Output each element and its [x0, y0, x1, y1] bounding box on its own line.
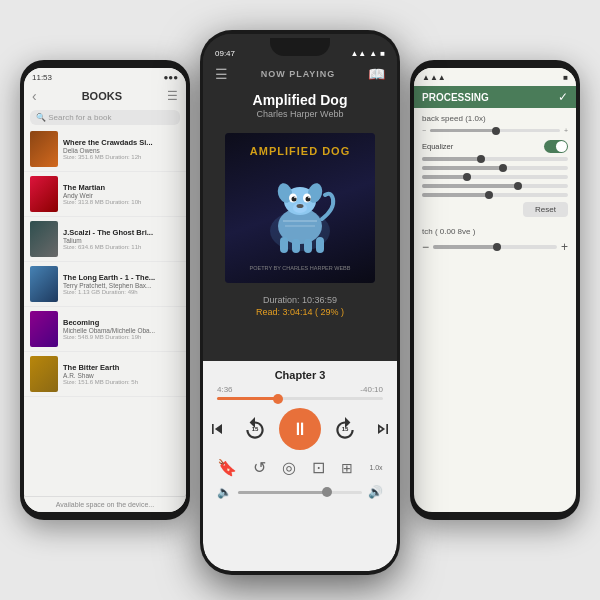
volume-low-icon: 🔈	[217, 485, 232, 499]
book-item-4[interactable]: The Long Earth - 1 - The... Terry Pratch…	[24, 262, 186, 307]
back15-label: 15	[252, 426, 259, 432]
center-menu-icon[interactable]: ☰	[215, 66, 228, 82]
eq-slider-5[interactable]	[422, 193, 568, 197]
forward15-button[interactable]: 15	[331, 415, 359, 443]
book-meta-4: Size: 1.13 GB Duration: 49h	[63, 289, 180, 295]
left-header: ‹ BOOKS ☰	[24, 86, 186, 108]
pause-button[interactable]: ⏸	[279, 408, 321, 450]
left-footer: Available space on the device...	[24, 496, 186, 512]
right-check-icon[interactable]: ✓	[558, 90, 568, 104]
left-battery: ●●●	[164, 73, 179, 82]
book-meta-5: Size: 548.9 MB Duration: 19h	[63, 334, 180, 340]
svg-rect-14	[292, 239, 300, 253]
book-meta-2: Size: 313.8 MB Duration: 10h	[63, 199, 180, 205]
svg-point-10	[308, 197, 310, 199]
forward15-label: 15	[342, 426, 349, 432]
book-author-2: Andy Weir	[63, 192, 180, 199]
center-wifi-icon: ▲	[369, 49, 377, 58]
left-search-bar[interactable]: 🔍 Search for a book	[30, 110, 180, 125]
right-phone: ▲▲▲ ■ PROCESSING ✓ back speed (1.0x) − +	[410, 60, 580, 520]
left-time: 11:53	[32, 73, 52, 82]
player-progress-bar[interactable]	[217, 397, 383, 400]
bookmark-button[interactable]: 🔖	[217, 458, 237, 477]
book-title-3: J.Scalzi - The Ghost Bri...	[63, 228, 180, 237]
center-book-icon[interactable]: 📖	[368, 66, 385, 82]
book-title-1: Where the Crawdads Si...	[63, 138, 180, 147]
center-status-icons: ▲▲ ▲ ■	[350, 49, 385, 58]
right-eq-sliders	[422, 157, 568, 197]
right-phone-screen: ▲▲▲ ■ PROCESSING ✓ back speed (1.0x) − +	[414, 68, 576, 512]
book-info-5: Becoming Michelle Obama/Michelle Oba... …	[63, 318, 180, 340]
eq-slider-3[interactable]	[422, 175, 568, 179]
album-art-title: AMPLIFIED DOG	[225, 145, 375, 157]
dog-illustration	[255, 161, 345, 261]
right-eq-row: Equalizer	[422, 140, 568, 153]
book-title-4: The Long Earth - 1 - The...	[63, 273, 180, 282]
svg-rect-13	[280, 237, 288, 253]
pitch-minus-icon[interactable]: −	[422, 240, 429, 254]
book-author-1: Delia Owens	[63, 147, 180, 154]
book-item-3[interactable]: J.Scalzi - The Ghost Bri... Talium Size:…	[24, 217, 186, 262]
center-book-title: Amplified Dog	[219, 92, 381, 108]
fast-forward-button[interactable]	[369, 415, 397, 443]
volume-slider[interactable]	[238, 491, 362, 494]
repeat-button[interactable]: ↺	[253, 458, 266, 477]
center-duration: Duration: 10:36:59 Read: 3:04:14 ( 29% )	[203, 291, 397, 319]
center-book-author: Charles Harper Webb	[219, 109, 381, 119]
volume-thumb	[322, 487, 332, 497]
book-info-2: The Martian Andy Weir Size: 313.8 MB Dur…	[63, 183, 180, 205]
book-info-6: The Bitter Earth A.R. Shaw Size: 151.6 M…	[63, 363, 180, 385]
right-pitch-label: tch ( 0.00 8ve )	[422, 227, 568, 236]
book-cover-3	[30, 221, 58, 257]
center-battery-icon: ■	[380, 49, 385, 58]
player-chapter: Chapter 3	[203, 361, 397, 385]
right-battery-icon: ■	[563, 73, 568, 82]
airplay-button[interactable]: ⊡	[312, 458, 325, 477]
eq-slider-1[interactable]	[422, 157, 568, 161]
right-reset-container: Reset	[422, 202, 568, 223]
book-cover-1	[30, 131, 58, 167]
right-speed-minus[interactable]: −	[422, 127, 426, 134]
svg-rect-15	[304, 239, 312, 253]
center-album-wrapper: AMPLIFIED DOG	[203, 123, 397, 291]
eq-slider-2[interactable]	[422, 166, 568, 170]
book-cover-5	[30, 311, 58, 347]
left-menu-icon[interactable]: ☰	[167, 89, 178, 103]
svg-point-9	[294, 197, 296, 199]
book-item-6[interactable]: The Bitter Earth A.R. Shaw Size: 151.6 M…	[24, 352, 186, 397]
book-item-5[interactable]: Becoming Michelle Obama/Michelle Oba... …	[24, 307, 186, 352]
volume-fill	[238, 491, 325, 494]
book-author-3: Talium	[63, 237, 180, 244]
right-speed-plus[interactable]: +	[564, 127, 568, 134]
pitch-slider[interactable]	[433, 245, 557, 249]
book-item-1[interactable]: Where the Crawdads Si... Delia Owens Siz…	[24, 127, 186, 172]
progress-thumb	[273, 394, 283, 404]
right-signal-icon: ▲▲▲	[422, 73, 446, 82]
right-header: PROCESSING ✓	[414, 86, 576, 108]
rewind-button[interactable]	[203, 415, 231, 443]
book-cover-6	[30, 356, 58, 392]
reset-button[interactable]: Reset	[523, 202, 568, 217]
volume-row: 🔈 🔊	[203, 485, 397, 499]
speed-label[interactable]: 1.0x	[369, 464, 382, 471]
book-info-4: The Long Earth - 1 - The... Terry Pratch…	[63, 273, 180, 295]
center-now-playing-label: NOW PLAYING	[228, 69, 368, 79]
book-cover-4	[30, 266, 58, 302]
right-eq-toggle[interactable]	[544, 140, 568, 153]
book-item-2[interactable]: The Martian Andy Weir Size: 313.8 MB Dur…	[24, 172, 186, 217]
equalizer-button[interactable]: ⊞	[341, 460, 353, 476]
right-eq-label: Equalizer	[422, 142, 453, 151]
left-status-bar: 11:53 ●●●	[24, 68, 186, 86]
eq-slider-4[interactable]	[422, 184, 568, 188]
back15-button[interactable]: 15	[241, 415, 269, 443]
right-eq-section: Equalizer Reset	[422, 140, 568, 223]
pitch-plus-icon[interactable]: +	[561, 240, 568, 254]
book-meta-1: Size: 351.6 MB Duration: 12h	[63, 154, 180, 160]
book-meta-3: Size: 634.6 MB Duration: 11h	[63, 244, 180, 250]
right-speed-row: − +	[422, 127, 568, 134]
right-speed-label: back speed (1.0x)	[422, 114, 568, 123]
book-cover-2	[30, 176, 58, 212]
player-secondary-controls: 🔖 ↺ ◎ ⊡ ⊞ 1.0x	[203, 456, 397, 483]
book-author-4: Terry Pratchett, Stephen Bax...	[63, 282, 180, 289]
circle-button[interactable]: ◎	[282, 458, 296, 477]
